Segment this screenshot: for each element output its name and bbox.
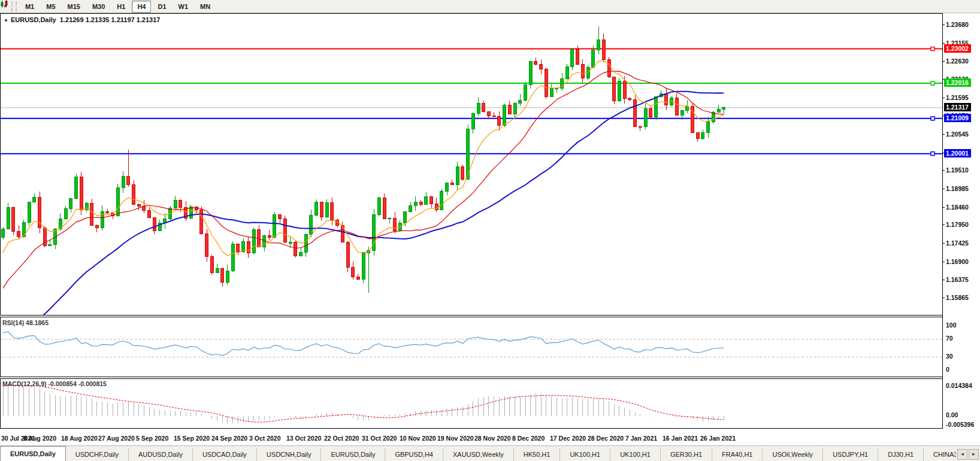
candle <box>80 177 83 210</box>
candle <box>639 126 642 127</box>
price-axis-label: 1.18985 <box>946 185 969 192</box>
level-handle <box>931 117 934 120</box>
timeframe-button-h1[interactable]: H1 <box>111 1 131 13</box>
rsi-canvas[interactable] <box>1 317 942 377</box>
candle <box>216 268 219 273</box>
tab-hk50-h1[interactable]: HK50,H1 <box>514 448 561 461</box>
candle <box>440 192 443 210</box>
date-label: 16 Jan 2021 <box>663 435 698 442</box>
candle <box>450 183 453 184</box>
tab-scroll-buttons: ◄ ► <box>957 449 979 460</box>
candle <box>279 214 282 219</box>
candle <box>425 196 428 204</box>
candle <box>446 183 449 192</box>
date-label: 26 Jan 2021 <box>700 435 736 442</box>
timeframe-button-m5[interactable]: M5 <box>41 1 61 13</box>
candle <box>545 69 548 97</box>
level-handle <box>931 47 934 51</box>
tab-usdjpy-h1[interactable]: USDJPY,H1 <box>823 448 878 461</box>
tab-usdcad-daily[interactable]: USDCAD,Daily <box>193 448 257 461</box>
candle <box>680 111 683 116</box>
timeframe-button-d1[interactable]: D1 <box>152 1 171 13</box>
macd-scale-label: 0.00 <box>946 411 958 418</box>
chevron-down-icon[interactable]: ▼ <box>4 18 8 23</box>
level-price-tag: 1.21009 <box>944 114 971 122</box>
rsi-line <box>3 332 724 356</box>
candle <box>592 50 595 67</box>
chart-ohlc-values: 1.21269 1.21335 1.21197 1.21317 <box>60 16 161 23</box>
tab-audusd-daily[interactable]: AUDUSD,Daily <box>129 448 193 461</box>
candle <box>75 177 78 199</box>
candle <box>597 40 600 50</box>
tab-fra40-h1[interactable]: FRA40,H1 <box>712 448 763 461</box>
date-label: 8 Dec 2020 <box>512 435 545 442</box>
price-axis-tick <box>942 225 945 225</box>
macd-scale-label: -0.005396 <box>946 421 974 428</box>
timeframe-button-h4[interactable]: H4 <box>132 1 151 13</box>
tab-eurusd-daily[interactable]: EURUSD,Daily <box>0 446 66 461</box>
timeframe-buttons: M1M5M15M30H1H4D1W1MN <box>19 1 216 13</box>
candle <box>304 234 307 252</box>
candle <box>174 200 177 208</box>
tab-xauusd-weekly[interactable]: XAUUSD,Weekly <box>443 448 514 461</box>
price-axis-tick <box>942 98 945 98</box>
candle <box>205 234 208 256</box>
tab-usoil-weekly[interactable]: USOil,Weekly <box>763 448 823 461</box>
candle <box>189 207 192 219</box>
candle <box>283 219 286 242</box>
candle <box>701 133 704 139</box>
macd-canvas[interactable] <box>1 379 942 428</box>
candle <box>132 185 135 205</box>
macd-histogram <box>3 384 724 424</box>
price-axis-tick <box>942 243 945 244</box>
candle <box>513 104 516 114</box>
candle <box>712 113 715 122</box>
tab-ger30-h1[interactable]: GER30,H1 <box>661 448 712 461</box>
candle <box>665 94 668 105</box>
tab-usdchf-daily[interactable]: USDCHF,Daily <box>66 448 129 461</box>
price-axis-line <box>942 13 943 429</box>
candle <box>618 81 621 101</box>
macd-panel[interactable] <box>0 378 943 429</box>
price-axis-tick <box>942 189 945 189</box>
candle <box>487 111 490 116</box>
price-axis-label: 1.20545 <box>946 131 969 138</box>
timeframe-button-m15[interactable]: M15 <box>62 1 86 13</box>
price-axis-label: 1.15865 <box>946 294 969 301</box>
candle <box>116 187 119 216</box>
candle <box>503 105 506 126</box>
candle <box>106 212 109 213</box>
price-chart-canvas[interactable] <box>1 14 942 315</box>
timeframe-button-w1[interactable]: W1 <box>173 1 194 13</box>
candle <box>707 122 710 133</box>
candle <box>634 99 637 126</box>
candle <box>529 61 532 85</box>
timeframe-button-m1[interactable]: M1 <box>20 1 40 13</box>
tab-scroll-left-icon[interactable]: ◄ <box>957 449 967 460</box>
tab-china300-h1[interactable]: CHINA300,H1 <box>924 448 956 461</box>
candle <box>49 244 52 245</box>
candle <box>628 99 631 100</box>
candle <box>581 65 584 78</box>
tab-uk100-h1[interactable]: UK100,H1 <box>610 448 661 461</box>
price-axis-label: 1.16900 <box>946 258 969 265</box>
price-axis-tick <box>942 298 945 298</box>
tab-uk100-h1[interactable]: UK100,H1 <box>560 448 610 461</box>
time-axis[interactable]: 30 Jul 20208 Aug 202018 Aug 202027 Aug 2… <box>0 429 980 445</box>
timeframe-button-mn[interactable]: MN <box>195 1 216 13</box>
tab-eurusd-daily[interactable]: EURUSD,Daily <box>321 448 385 461</box>
chart-tool-button[interactable]: ▼ <box>0 1 9 13</box>
tab-scroll-right-icon[interactable]: ► <box>969 449 979 460</box>
date-label: 22 Oct 2020 <box>324 435 359 442</box>
tab-usdcnh-daily[interactable]: USDCNH,Daily <box>257 448 322 461</box>
tab-gbpusd-h4[interactable]: GBPUSD,H4 <box>385 448 443 461</box>
timeframe-button-m30[interactable]: M30 <box>87 1 110 13</box>
rsi-panel[interactable] <box>0 317 943 377</box>
price-axis-tick <box>942 280 945 280</box>
toolbar-grip[interactable] <box>11 2 17 11</box>
candle <box>325 202 328 217</box>
candle <box>430 196 433 204</box>
price-axis-label: 1.17950 <box>946 221 969 228</box>
price-chart-panel[interactable] <box>0 13 943 316</box>
tab-dj30-h1[interactable]: DJ30,H1 <box>878 448 924 461</box>
